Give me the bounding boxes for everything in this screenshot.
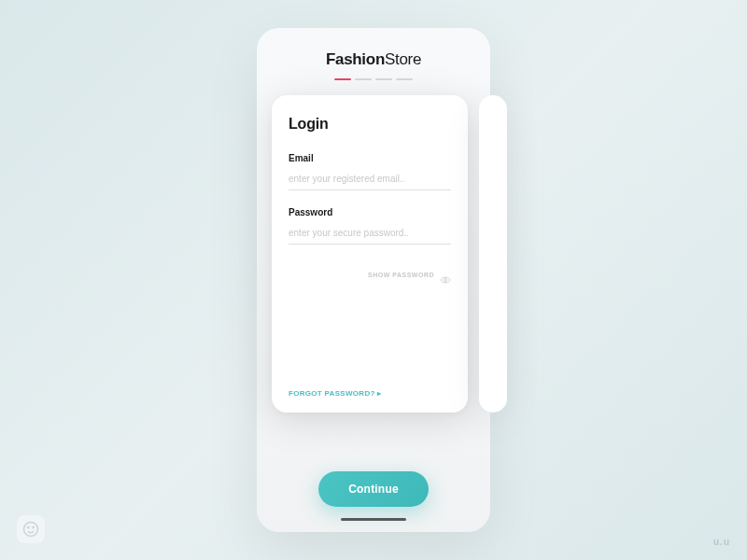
email-field-group: Email	[289, 153, 451, 190]
step-2	[355, 78, 372, 80]
smiley-badge	[17, 515, 45, 543]
password-label: Password	[289, 207, 451, 217]
app-logo: FashionStore	[326, 50, 421, 69]
svg-point-0	[444, 279, 447, 282]
next-card-preview[interactable]	[479, 95, 507, 413]
svg-point-3	[33, 527, 34, 528]
email-label: Email	[289, 153, 451, 163]
step-4	[396, 78, 413, 80]
card-title: Login	[289, 116, 451, 133]
password-input[interactable]	[289, 224, 451, 245]
forgot-password-link[interactable]: FORGOT PASSWORD? ▸	[289, 389, 451, 398]
login-card: Login Email Password SHOW PASSWORD	[272, 95, 468, 413]
card-scroller[interactable]: Login Email Password SHOW PASSWORD	[272, 95, 475, 455]
password-field-group: Password	[289, 207, 451, 245]
step-1	[334, 78, 351, 80]
svg-point-1	[24, 523, 38, 537]
home-indicator[interactable]	[341, 518, 406, 521]
logo-light: Store	[385, 50, 421, 68]
logo-bold: Fashion	[326, 50, 385, 68]
email-input[interactable]	[289, 170, 451, 190]
show-password-label: SHOW PASSWORD	[368, 272, 434, 278]
step-3	[375, 78, 392, 80]
forgot-password-text: FORGOT PASSWORD?	[289, 389, 375, 398]
svg-point-2	[28, 527, 29, 528]
chevron-right-icon: ▸	[377, 389, 381, 398]
eye-icon	[440, 271, 451, 278]
continue-button[interactable]: Continue	[318, 471, 429, 507]
step-indicator	[334, 78, 413, 80]
show-password-toggle[interactable]: SHOW PASSWORD	[289, 271, 451, 278]
watermark: u.u	[713, 537, 730, 547]
mobile-screen: FashionStore Login Email Password SHOW P…	[257, 28, 490, 532]
